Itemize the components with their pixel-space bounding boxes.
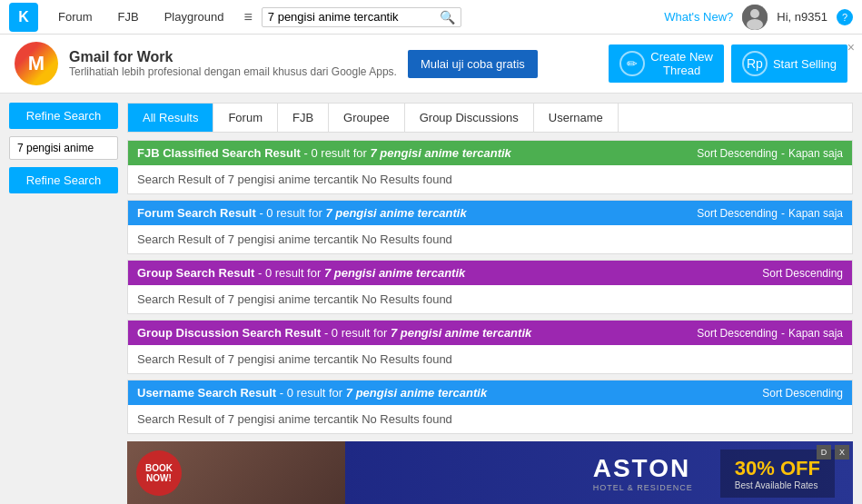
hamburger-icon[interactable]: ≡	[238, 2, 257, 33]
gmail-desc: Terlihatiah lebih profesional dengan ema…	[69, 65, 397, 78]
forum-kapan-saja[interactable]: Kapan saja	[788, 207, 843, 220]
ad-right-buttons: ✏ Create NewThread Rp Start Selling	[609, 44, 847, 83]
bottom-ad-banner[interactable]: BOOK NOW! ASTON HOTEL & RESIDENCE 30% OF…	[127, 441, 853, 504]
fjb-result-section: FJB Classified Search Result - 0 result …	[127, 140, 853, 194]
offer-percent: 30% OFF	[735, 457, 820, 480]
forum-result-title: Forum Search Result - 0 result for 7 pen…	[137, 206, 467, 220]
aston-brand: ASTON HOTEL & RESIDENCE	[593, 454, 693, 492]
tab-all-results[interactable]: All Results	[128, 104, 213, 132]
ad-icon-x: X	[835, 445, 849, 460]
bottom-ad-right: ASTON HOTEL & RESIDENCE 30% OFF Best Ava…	[345, 450, 853, 498]
nav-forum[interactable]: Forum	[47, 3, 104, 31]
create-thread-button[interactable]: ✏ Create NewThread	[609, 44, 724, 83]
group-discussion-kapan-saja[interactable]: Kapan saja	[788, 327, 843, 340]
ad-banner: M Gmail for Work Terlihatiah lebih profe…	[0, 35, 862, 94]
forum-result-section: Forum Search Result - 0 result for 7 pen…	[127, 200, 853, 254]
bottom-ad-image: BOOK NOW!	[127, 441, 345, 504]
start-selling-label: Start Selling	[773, 57, 837, 71]
hi-user-label: Hi, n9351	[777, 10, 827, 24]
username-result-header: Username Search Result - 0 result for 7 …	[128, 380, 852, 405]
ad-text: Gmail for Work Terlihatiah lebih profesi…	[69, 49, 397, 78]
gmail-title: Gmail for Work	[69, 49, 397, 65]
fjb-result-header: FJB Classified Search Result - 0 result …	[128, 141, 852, 165]
group-discussion-result-header: Group Discussion Search Result - 0 resul…	[128, 321, 852, 345]
aston-sub: HOTEL & RESIDENCE	[593, 483, 693, 492]
whats-new-link[interactable]: What's New?	[664, 10, 733, 24]
book-now-badge[interactable]: BOOK NOW!	[136, 450, 182, 496]
group-result-title: Group Search Result - 0 result for 7 pen…	[137, 266, 465, 280]
ad-close-icon[interactable]: ×	[847, 40, 855, 54]
group-discussion-sort-descending[interactable]: Sort Descending	[697, 327, 778, 340]
tab-fjb[interactable]: FJB	[278, 104, 329, 132]
refine-search-top-button[interactable]: Refine Search	[9, 103, 118, 129]
nav-links: Forum FJB Playground ≡	[47, 2, 258, 33]
nav-playground[interactable]: Playground	[154, 3, 235, 31]
group-sort-controls: Sort Descending	[762, 267, 843, 280]
ad-left: M Gmail for Work Terlihatiah lebih profe…	[15, 42, 538, 85]
group-result-section: Group Search Result - 0 result for 7 pen…	[127, 260, 853, 314]
group-result-body: Search Result of 7 pengisi anime tercant…	[128, 285, 852, 313]
aston-logo: ASTON	[593, 454, 693, 483]
sidebar-search-input[interactable]	[9, 136, 118, 160]
username-result-body: Search Result of 7 pengisi anime tercant…	[128, 405, 852, 433]
sidebar: Refine Search Refine Search	[9, 103, 118, 504]
forum-result-header: Forum Search Result - 0 result for 7 pen…	[128, 201, 852, 225]
refine-search-button[interactable]: Refine Search	[9, 167, 118, 193]
forum-sort-descending[interactable]: Sort Descending	[697, 207, 778, 220]
group-discussion-sort-controls: Sort Descending - Kapan saja	[697, 327, 843, 340]
tab-username[interactable]: Username	[534, 104, 619, 132]
rp-icon: Rp	[742, 51, 768, 76]
header: K Forum FJB Playground ≡ 🔍 What's New? H…	[0, 0, 862, 35]
search-input[interactable]	[268, 10, 440, 24]
group-discussion-result-section: Group Discussion Search Result - 0 resul…	[127, 320, 853, 374]
fjb-kapan-saja[interactable]: Kapan saja	[788, 147, 843, 160]
group-sort-descending[interactable]: Sort Descending	[762, 267, 843, 280]
forum-result-body: Search Result of 7 pengisi anime tercant…	[128, 225, 852, 253]
search-bar: 🔍	[262, 7, 461, 27]
fjb-result-title: FJB Classified Search Result - 0 result …	[137, 146, 511, 160]
header-right: What's New? Hi, n9351 ?	[664, 5, 853, 30]
tab-forum[interactable]: Forum	[213, 104, 278, 132]
forum-sort-controls: Sort Descending - Kapan saja	[697, 207, 843, 220]
ad-icon-d: D	[817, 445, 831, 460]
pen-icon: ✏	[619, 51, 645, 76]
nav-fjb[interactable]: FJB	[107, 3, 150, 31]
group-discussion-result-title: Group Discussion Search Result - 0 resul…	[137, 326, 531, 340]
gmail-cta-button[interactable]: Mulai uji coba gratis	[408, 50, 538, 78]
group-result-header: Group Search Result - 0 result for 7 pen…	[128, 261, 852, 285]
gmail-icon: M	[15, 42, 58, 85]
fjb-sort-controls: Sort Descending - Kapan saja	[697, 147, 843, 160]
username-result-section: Username Search Result - 0 result for 7 …	[127, 380, 853, 434]
username-sort-controls: Sort Descending	[762, 387, 843, 400]
help-icon[interactable]: ?	[837, 9, 853, 25]
tabs-bar: All Results Forum FJB Groupee Group Disc…	[127, 103, 853, 133]
svg-point-2	[747, 19, 763, 30]
create-thread-label: Create NewThread	[650, 50, 713, 77]
content-area: All Results Forum FJB Groupee Group Disc…	[127, 103, 853, 504]
group-discussion-result-body: Search Result of 7 pengisi anime tercant…	[128, 345, 852, 373]
search-icon[interactable]: 🔍	[440, 10, 455, 25]
ad-corner-icons: D X	[817, 445, 849, 460]
username-sort-descending[interactable]: Sort Descending	[762, 387, 843, 400]
site-logo[interactable]: K	[9, 3, 38, 32]
fjb-sort-descending[interactable]: Sort Descending	[697, 147, 778, 160]
svg-point-1	[750, 9, 759, 18]
username-result-title: Username Search Result - 0 result for 7 …	[137, 386, 487, 400]
tab-groupee[interactable]: Groupee	[329, 104, 405, 132]
offer-desc: Best Available Rates	[735, 480, 820, 490]
main-container: Refine Search Refine Search All Results …	[0, 94, 862, 504]
start-selling-button[interactable]: Rp Start Selling	[731, 44, 847, 83]
fjb-result-body: Search Result of 7 pengisi anime tercant…	[128, 165, 852, 193]
avatar[interactable]	[742, 5, 768, 30]
tab-group-discussions[interactable]: Group Discussions	[405, 104, 534, 132]
